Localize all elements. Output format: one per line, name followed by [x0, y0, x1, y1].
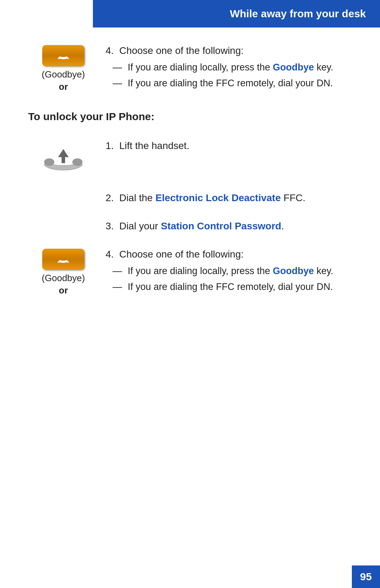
- step4-second-block: (Goodbye) or 4. Choose one of the follow…: [28, 249, 352, 297]
- page-number: 95: [352, 565, 380, 588]
- header-title: While away from your desk: [230, 8, 366, 20]
- goodbye-link-1: Goodbye: [273, 62, 314, 73]
- goodbye-label-1: (Goodbye): [42, 69, 85, 80]
- dash-1b: —: [113, 78, 122, 89]
- step4-second-header: 4. Choose one of the following:: [106, 249, 352, 260]
- goodbye-or-2: or: [59, 285, 68, 296]
- bullet-text-2b: If you are dialing the FFC remotely, dia…: [128, 281, 333, 292]
- step2-header: 2. Dial the Electronic Lock Deactivate F…: [106, 192, 352, 204]
- step4-second-desc: Choose one of the following:: [119, 249, 243, 260]
- svg-point-0: [44, 159, 54, 166]
- step4-first-number: 4.: [106, 45, 114, 56]
- goodbye-label-2: (Goodbye): [42, 273, 85, 284]
- unlock-heading: To unlock your IP Phone:: [28, 111, 352, 123]
- goodbye-icon-area-2: (Goodbye) or: [28, 249, 99, 296]
- bullet-item-2a: — If you are dialing locally, press the …: [113, 266, 352, 277]
- goodbye-icon-area-1: (Goodbye) or: [28, 45, 99, 92]
- step4-second-text: 4. Choose one of the following: — If you…: [99, 249, 352, 297]
- step1-text: 1. Lift the handset.: [99, 140, 352, 157]
- bullet-text-1b: If you are dialing the FFC remotely, dia…: [128, 78, 333, 89]
- step3-block: 3. Dial your Station Control Password.: [99, 221, 352, 232]
- handset-lift-icon: [37, 144, 90, 175]
- bullet-item-2b: — If you are dialing the FFC remotely, d…: [113, 281, 352, 292]
- svg-marker-2: [58, 149, 69, 163]
- step4-first-header: 4. Choose one of the following:: [106, 45, 352, 56]
- step4-second-number: 4.: [106, 249, 114, 260]
- phone-icon-2: [56, 254, 70, 264]
- bullet-item-1b: — If you are dialing the FFC remotely, d…: [113, 78, 352, 89]
- header-bar: While away from your desk: [93, 0, 380, 27]
- step1-number: 1.: [106, 140, 114, 151]
- step2-block: 2. Dial the Electronic Lock Deactivate F…: [99, 192, 352, 204]
- dash-2a: —: [113, 266, 122, 277]
- goodbye-link-2: Goodbye: [273, 266, 314, 276]
- goodbye-or-1: or: [59, 81, 68, 92]
- step4-second-bullets: — If you are dialing locally, press the …: [106, 266, 352, 292]
- main-content: (Goodbye) or 4. Choose one of the follow…: [0, 27, 380, 588]
- goodbye-button-2: [42, 249, 84, 270]
- bullet-text-1a: If you are dialing locally, press the Go…: [128, 62, 333, 73]
- step4-first-bullets: — If you are dialing locally, press the …: [106, 62, 352, 89]
- step1-desc: Lift the handset.: [119, 140, 189, 151]
- svg-point-1: [72, 159, 82, 166]
- dash-1a: —: [113, 62, 122, 73]
- step2-suffix: FFC.: [281, 192, 305, 203]
- bullet-text-2a: If you are dialing locally, press the Go…: [128, 266, 333, 277]
- step3-number: 3.: [106, 221, 114, 231]
- bullet-item-1a: — If you are dialing locally, press the …: [113, 62, 352, 73]
- step1-block: 1. Lift the handset.: [28, 140, 352, 175]
- step1-header: 1. Lift the handset.: [106, 140, 352, 151]
- handset-icon-area: [28, 140, 99, 175]
- phone-icon-1: [56, 51, 70, 61]
- step4-first-block: (Goodbye) or 4. Choose one of the follow…: [28, 45, 352, 94]
- step4-first-desc: Choose one of the following:: [119, 45, 243, 56]
- dash-2b: —: [113, 281, 122, 292]
- step3-header: 3. Dial your Station Control Password.: [106, 221, 352, 232]
- station-control-link: Station Control Password: [161, 221, 281, 231]
- step4-first-text: 4. Choose one of the following: — If you…: [99, 45, 352, 94]
- step2-number: 2.: [106, 192, 114, 203]
- goodbye-button-1: [42, 45, 84, 66]
- electronic-lock-link: Electronic Lock Deactivate: [156, 192, 281, 203]
- step3-suffix: .: [281, 221, 284, 231]
- step3-text-plain: Dial your: [119, 221, 161, 231]
- step2-text-plain: Dial the: [119, 192, 156, 203]
